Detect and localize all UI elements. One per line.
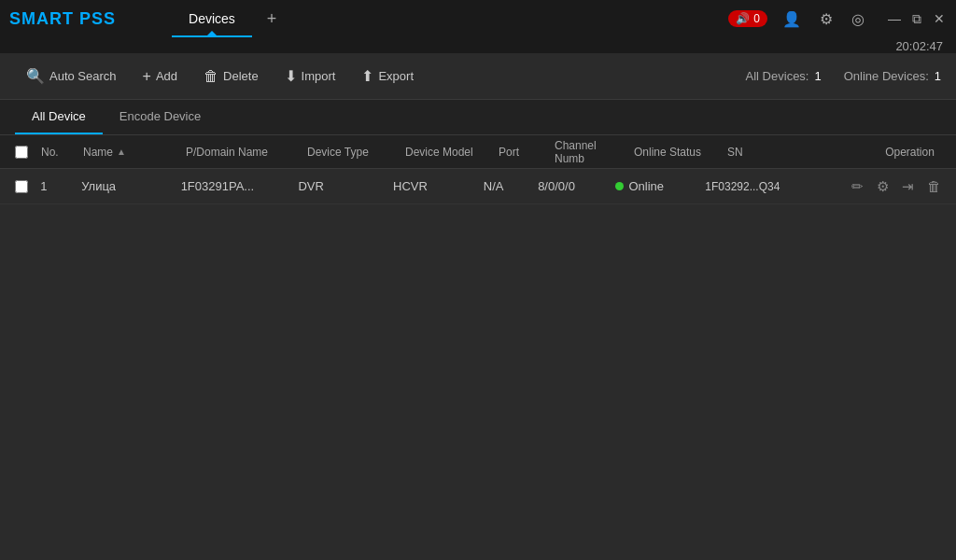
tab-encode-device[interactable]: Encode Device	[103, 100, 218, 134]
tab-all-device[interactable]: All Device	[15, 100, 103, 134]
row-checkbox-cell	[7, 180, 35, 193]
trash-icon: 🗑	[204, 68, 218, 85]
row-pdomain: 1F03291PA...	[176, 179, 293, 193]
row-sn: 1F03292...Q34	[699, 180, 844, 193]
app-logo: SMART PSS	[9, 9, 116, 29]
all-devices-info: All Devices: 1	[746, 69, 822, 83]
add-button[interactable]: + Add	[132, 63, 189, 91]
row-port: N/A	[478, 179, 532, 193]
row-channel: 8/0/0/0	[532, 179, 609, 193]
device-table: No. Name ▲ P/Domain Name Device Type Dev…	[0, 135, 956, 204]
th-status: Online Status	[628, 146, 722, 159]
tab-devices[interactable]: Devices	[172, 0, 252, 37]
notification-badge[interactable]: 🔊 0	[728, 10, 767, 27]
th-operation: Operation	[871, 146, 949, 159]
titlebar: SMART PSS Devices + 🔊 0 👤 ⚙ ◎ — ⧉ ✕	[0, 0, 956, 37]
th-no: No.	[35, 146, 77, 159]
titlebar-tabs: Devices +	[172, 0, 284, 37]
titlebar-right: 🔊 0 👤 ⚙ ◎ — ⧉ ✕	[728, 8, 947, 30]
table-row: 1 Улица 1F03291PA... DVR HCVR N/A 8/0/0/…	[0, 169, 956, 204]
config-icon[interactable]: ⚙	[875, 176, 891, 197]
row-status: Online	[610, 179, 700, 193]
row-model: HCVR	[387, 179, 478, 193]
th-device-type: Device Type	[302, 146, 400, 159]
close-button[interactable]: ✕	[932, 11, 947, 26]
delete-button[interactable]: 🗑 Delete	[192, 63, 270, 91]
time-display: 20:02:47	[0, 37, 956, 53]
search-icon: 🔍	[26, 67, 45, 85]
row-no: 1	[35, 179, 76, 193]
toolbar-info: All Devices: 1 Online Devices: 1	[746, 69, 941, 83]
online-devices-info: Online Devices: 1	[844, 69, 941, 83]
th-port: Port	[493, 146, 549, 159]
export-button[interactable]: ⬆ Export	[350, 62, 425, 91]
select-all-checkbox[interactable]	[15, 146, 28, 159]
restore-button[interactable]: ⧉	[909, 11, 924, 26]
speaker-icon: 🔊	[736, 12, 750, 25]
login-icon[interactable]: ⇥	[900, 176, 916, 197]
th-sn: SN	[722, 146, 871, 159]
import-icon: ⬇	[285, 67, 297, 85]
row-checkbox[interactable]	[15, 180, 28, 193]
activity-icon[interactable]: ◎	[848, 8, 868, 30]
th-channel: Channel Numb	[549, 139, 628, 165]
delete-icon[interactable]: 🗑	[925, 176, 943, 196]
toolbar: 🔍 Auto Search + Add 🗑 Delete ⬇ Import ⬆ …	[0, 53, 956, 100]
table-header: No. Name ▲ P/Domain Name Device Type Dev…	[0, 135, 956, 169]
subtabs: All Device Encode Device	[0, 100, 956, 135]
settings-icon[interactable]: ⚙	[816, 8, 836, 30]
window-controls: — ⧉ ✕	[887, 11, 947, 26]
row-operations: ✏ ⚙ ⇥ 🗑	[844, 176, 949, 197]
minimize-button[interactable]: —	[887, 11, 902, 26]
sort-icon: ▲	[117, 147, 126, 157]
th-device-model: Device Model	[400, 146, 493, 159]
add-tab-button[interactable]: +	[260, 6, 285, 33]
th-checkbox	[7, 146, 35, 159]
user-icon[interactable]: 👤	[779, 8, 805, 30]
row-name: Улица	[76, 179, 175, 193]
export-icon: ⬆	[361, 67, 373, 85]
auto-search-button[interactable]: 🔍 Auto Search	[15, 62, 128, 91]
th-pdomain: P/Domain Name	[180, 146, 302, 159]
notification-count: 0	[753, 12, 760, 25]
logo-smart: SMART	[9, 9, 74, 28]
th-name: Name ▲	[77, 146, 180, 159]
import-button[interactable]: ⬇ Import	[274, 62, 347, 91]
plus-icon: +	[143, 68, 151, 85]
all-devices-count: 1	[814, 69, 821, 83]
logo-pss: PSS	[79, 9, 116, 28]
row-type: DVR	[292, 179, 387, 193]
online-devices-count: 1	[935, 69, 941, 83]
edit-icon[interactable]: ✏	[850, 176, 865, 197]
status-online-dot	[615, 182, 624, 190]
